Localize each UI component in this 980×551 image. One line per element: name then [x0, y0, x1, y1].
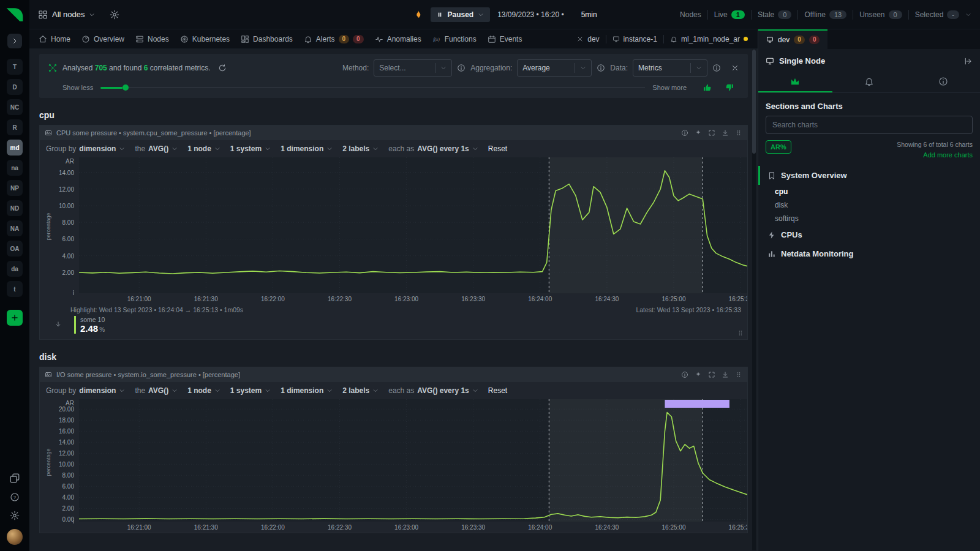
add-node-button[interactable] [7, 310, 23, 326]
time-window-label[interactable]: 5min [581, 10, 597, 19]
node-rail-item-md[interactable]: md [7, 140, 23, 156]
control-avg-[interactable]: theAVG() [135, 386, 178, 395]
chart-link-disk[interactable]: disk [758, 198, 980, 212]
chart-drag-icon[interactable] [735, 371, 742, 378]
chart-info-icon[interactable] [681, 129, 688, 137]
section-netdata-monitoring[interactable]: Netdata Monitoring [758, 244, 980, 263]
chart-info-icon[interactable] [681, 371, 688, 378]
control-1-node[interactable]: 1 node [187, 144, 221, 153]
correlation-threshold-slider[interactable] [100, 84, 645, 91]
nav-item-alerts[interactable]: Alerts00 [298, 29, 369, 49]
node-rail-item-D[interactable]: D [7, 79, 23, 95]
settings-icon[interactable] [10, 511, 20, 520]
arrow-down-icon[interactable] [55, 321, 62, 328]
rail-expand-button[interactable] [7, 34, 22, 48]
info-icon[interactable] [712, 64, 721, 72]
node-rail-item-NP[interactable]: NP [7, 180, 23, 196]
control-1-dimension[interactable]: 1 dimension [281, 386, 333, 395]
node-rail-item-ND[interactable]: ND [7, 200, 23, 216]
chart-link-cpu[interactable]: cpu [758, 185, 980, 198]
node-scope-picker[interactable]: All nodes [38, 10, 95, 20]
counter-stale[interactable]: Stale0 [758, 10, 791, 19]
pause-button[interactable]: Paused [431, 7, 490, 22]
control-1-system[interactable]: 1 system [230, 144, 271, 153]
reset-button[interactable]: Reset [488, 144, 507, 153]
info-icon[interactable] [597, 64, 605, 72]
control-avg-[interactable]: theAVG() [135, 144, 178, 153]
tab-alerts[interactable] [832, 72, 907, 92]
nav-item-overview[interactable]: Overview [76, 29, 130, 49]
chart-fullscreen-icon[interactable] [708, 371, 715, 378]
node-rail-item-t[interactable]: t [7, 281, 23, 297]
node-rail-item-NC[interactable]: NC [7, 99, 23, 115]
chart-download-icon[interactable] [722, 371, 729, 378]
nav-item-functions[interactable]: f(x)Functions [427, 29, 482, 49]
user-avatar[interactable] [7, 529, 23, 545]
topbar-settings-icon[interactable] [110, 10, 119, 20]
node-rail-item-na[interactable]: na [7, 160, 23, 176]
reset-button[interactable]: Reset [488, 386, 507, 395]
nav-item-kubernetes[interactable]: Kubernetes [175, 29, 235, 49]
chart-download-icon[interactable] [722, 129, 729, 137]
node-rail-item-T[interactable]: T [7, 59, 23, 75]
tab-charts[interactable] [758, 72, 832, 92]
data-select[interactable]: Metrics [633, 59, 707, 77]
node-tab-instance-1[interactable]: instance-1 [606, 29, 663, 49]
refresh-icon[interactable] [218, 64, 227, 72]
close-icon[interactable] [731, 64, 739, 72]
node-rail-item-da[interactable]: da [7, 261, 23, 277]
nav-item-nodes[interactable]: Nodes [130, 29, 175, 49]
tab-info[interactable] [906, 72, 980, 92]
collapse-panel-icon[interactable] [964, 57, 973, 66]
control-avg-every-1s[interactable]: each asAVG() every 1s [388, 144, 478, 153]
chart-anomalies-icon[interactable] [695, 129, 702, 137]
control-1-node[interactable]: 1 node [187, 386, 221, 395]
node-rail-item-NA[interactable]: NA [7, 220, 23, 236]
main-scrollbar[interactable] [752, 50, 756, 550]
resize-handle-icon[interactable] [737, 329, 744, 337]
anomaly-flame-icon[interactable] [413, 10, 423, 20]
help-icon[interactable]: ? [10, 492, 20, 502]
legend-item-cpu[interactable]: some 102.48% [74, 316, 105, 334]
chart-plot-cpu[interactable] [79, 157, 747, 293]
thumbs-up-icon[interactable] [703, 83, 712, 92]
node-rail-item-R[interactable]: R [7, 119, 23, 135]
control-dimension[interactable]: Group bydimension [46, 386, 125, 395]
node-tab-ml_1min_node_ar[interactable]: ml_1min_node_ar [664, 29, 754, 49]
chart-plot-disk[interactable] [79, 399, 747, 522]
datetime-picker[interactable]: 13/09/2023 • 16:20 • [497, 10, 564, 19]
nav-item-anomalies[interactable]: Anomalies [369, 29, 427, 49]
control-1-dimension[interactable]: 1 dimension [281, 144, 333, 153]
method-select[interactable]: Select... [374, 59, 452, 77]
control-1-system[interactable]: 1 system [230, 386, 271, 395]
counter-unseen[interactable]: Unseen0 [859, 10, 902, 19]
thumbs-down-icon[interactable] [725, 83, 734, 92]
control-2-labels[interactable]: 2 labels [342, 386, 379, 395]
chart-drag-icon[interactable] [735, 129, 742, 137]
node-rail-item-OA[interactable]: OA [7, 241, 23, 257]
control-2-labels[interactable]: 2 labels [342, 144, 379, 153]
nav-item-home[interactable]: Home [33, 29, 76, 49]
slider-knob[interactable] [123, 84, 129, 91]
chart-link-softirqs[interactable]: softirqs [758, 212, 980, 225]
control-avg-every-1s[interactable]: each asAVG() every 1s [388, 386, 478, 395]
counter-offline[interactable]: Offline13 [804, 10, 846, 19]
chart-anomalies-icon[interactable] [695, 371, 702, 378]
section-system-overview[interactable]: System Overview [758, 166, 980, 185]
info-icon[interactable] [457, 64, 466, 72]
counter-selected[interactable]: Selected- [915, 10, 959, 19]
ar-filter-chip[interactable]: AR% [766, 140, 791, 154]
section-cpus[interactable]: CPUs [758, 225, 980, 244]
control-dimension[interactable]: Group bydimension [46, 144, 125, 153]
chart-fullscreen-icon[interactable] [708, 129, 715, 137]
search-charts-input[interactable] [766, 116, 973, 134]
nav-item-dashboards[interactable]: Dashboards [235, 29, 298, 49]
scrollbar-thumb[interactable] [752, 50, 756, 154]
nav-item-events[interactable]: Events [482, 29, 528, 49]
counter-live[interactable]: Live1 [714, 10, 745, 19]
add-more-charts-link[interactable]: Add more charts [897, 150, 973, 160]
tab-dev[interactable]: dev 0 0 [758, 29, 827, 49]
node-tab-dev[interactable]: dev [570, 29, 605, 49]
spaces-icon[interactable] [9, 473, 20, 484]
aggregation-select[interactable]: Average [517, 59, 592, 77]
